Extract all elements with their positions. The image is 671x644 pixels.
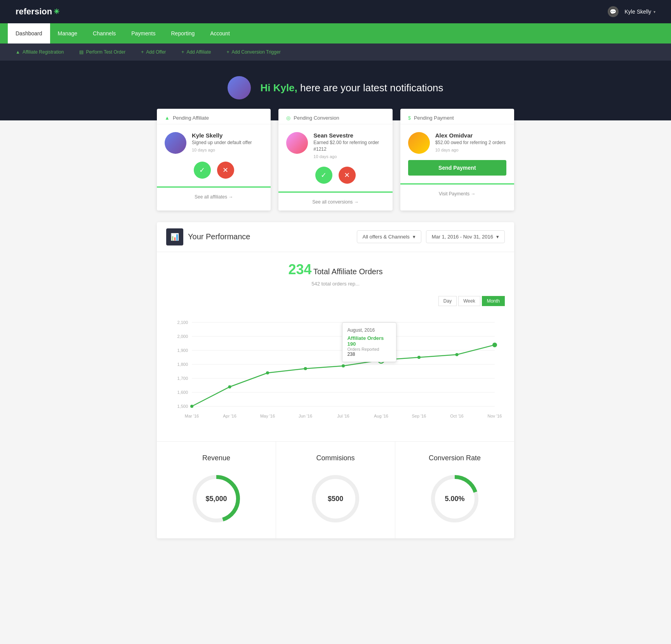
- welcome-message: Hi Kyle, here are your latest notificati…: [260, 82, 443, 94]
- stat-revenue-title: Revenue: [166, 454, 266, 462]
- sub-nav-add-affiliate[interactable]: + Add Affiliate: [181, 49, 211, 55]
- card-footer-affiliate: See all affiliates →: [157, 186, 271, 205]
- chart-title-row: 234 Total Affiliate Orders: [166, 261, 505, 278]
- svg-point-14: [190, 405, 193, 408]
- approve-conversion-button[interactable]: ✓: [315, 167, 332, 184]
- chart-week-button[interactable]: Week: [458, 296, 480, 306]
- tooltip-orders-value: 238: [347, 352, 391, 357]
- main-content: 📊 Your Performance All offers & Channels…: [149, 222, 522, 554]
- person-payment: Alex Omidvar $52.00 owed for referring 2…: [408, 132, 506, 154]
- logo: refersion✳: [16, 7, 59, 17]
- performance-controls: All offers & Channels ▾ Mar 1, 2016 - No…: [357, 230, 505, 243]
- sub-nav-test-order[interactable]: ▤ Perform Test Order: [79, 49, 125, 55]
- card-type-affiliate: Pending Affiliate: [173, 115, 209, 121]
- svg-text:Oct '16: Oct '16: [450, 414, 464, 418]
- stat-commissions: Commisions $500: [276, 442, 395, 538]
- welcome-subtitle: here are your latest notifications: [300, 82, 443, 94]
- chart-month-button[interactable]: Month: [482, 296, 505, 306]
- nav-item-channels[interactable]: Channels: [85, 23, 123, 44]
- person-time-alex: 10 days ago: [435, 148, 506, 152]
- card-actions-conversion: ✓ ✕: [286, 167, 384, 184]
- nav-item-manage[interactable]: Manage: [50, 23, 85, 44]
- svg-text:1,600: 1,600: [177, 390, 188, 395]
- svg-text:2,000: 2,000: [177, 334, 188, 339]
- add-trigger-label: Add Conversion Trigger: [232, 49, 281, 55]
- tooltip-affiliate-value: 190: [347, 341, 391, 347]
- send-payment-button[interactable]: Send Payment: [408, 160, 506, 176]
- svg-point-17: [304, 367, 307, 370]
- nav-item-dashboard[interactable]: Dashboard: [8, 23, 50, 44]
- person-info-sean: Sean Sevestre Earned $2.00 for referring…: [313, 132, 384, 159]
- see-all-affiliates-link[interactable]: See all affiliates →: [195, 194, 233, 200]
- welcome-name: Hi Kyle,: [260, 82, 297, 94]
- chart-day-button[interactable]: Day: [438, 296, 457, 306]
- card-pending-affiliate: ▲ Pending Affiliate Kyle Skelly Signed u…: [157, 109, 271, 211]
- person-info-alex: Alex Omidvar $52.00 owed for referring 2…: [435, 132, 506, 152]
- person-conversion: Sean Sevestre Earned $2.00 for referring…: [286, 132, 384, 159]
- logo-text: refersion: [16, 7, 52, 17]
- logo-star: ✳: [54, 7, 59, 16]
- chart-area: 234 Total Affiliate Orders 542 total ord…: [157, 252, 514, 433]
- user-menu[interactable]: Kyle Skelly ▾: [625, 9, 655, 15]
- nav-item-reporting[interactable]: Reporting: [163, 23, 203, 44]
- offers-channels-dropdown[interactable]: All offers & Channels ▾: [357, 230, 421, 243]
- chat-icon[interactable]: 💬: [608, 6, 619, 17]
- approve-affiliate-button[interactable]: ✓: [194, 162, 211, 179]
- card-footer-conversion: See all conversions →: [278, 191, 392, 211]
- person-name-alex: Alex Omidvar: [435, 132, 506, 139]
- person-name-kyle: Kyle Skelly: [192, 132, 263, 139]
- donut-revenue: $5,000: [189, 472, 243, 526]
- person-detail-alex: $52.00 owed for referring 2 orders: [435, 139, 506, 146]
- see-all-conversions-link[interactable]: See all conversions →: [312, 199, 358, 205]
- chart-time-controls: Day Week Month: [166, 296, 505, 306]
- person-time-sean: 10 days ago: [313, 154, 384, 159]
- donut-commissions: $500: [308, 472, 363, 526]
- stat-conversion-rate-title: Conversion Rate: [405, 454, 505, 462]
- test-order-label: Perform Test Order: [86, 49, 125, 55]
- card-header-conversion: ◎ Pending Conversion: [278, 109, 392, 124]
- avatar-kyle: [165, 132, 186, 154]
- stats-row: Revenue $5,000 Commisions $: [157, 441, 514, 538]
- pending-conversion-icon: ◎: [286, 115, 290, 121]
- tooltip-affiliate-label: Affiliate Orders: [347, 335, 391, 341]
- svg-text:1,900: 1,900: [177, 348, 188, 353]
- sub-nav-affiliate-registration[interactable]: ▲ Affiliate Registration: [16, 49, 64, 55]
- svg-text:1,500: 1,500: [177, 404, 188, 409]
- svg-text:Jun '16: Jun '16: [299, 414, 312, 418]
- performance-icon: 📊: [166, 228, 183, 245]
- svg-text:Mar '16: Mar '16: [185, 414, 199, 418]
- card-pending-conversion: ◎ Pending Conversion Sean Sevestre Earne…: [278, 109, 392, 211]
- stat-commissions-title: Commisions: [285, 454, 386, 462]
- card-type-conversion: Pending Conversion: [294, 115, 339, 121]
- add-trigger-icon: +: [227, 49, 229, 55]
- avatar-sean: [286, 132, 308, 154]
- avatar-alex: [408, 132, 430, 154]
- svg-text:Jul '16: Jul '16: [337, 414, 349, 418]
- dropdown-chevron-offers: ▾: [413, 234, 415, 240]
- affiliate-reg-label: Affiliate Registration: [23, 49, 64, 55]
- svg-text:Aug '16: Aug '16: [374, 414, 388, 418]
- card-actions-affiliate: ✓ ✕: [165, 162, 263, 179]
- notification-cards: ▲ Pending Affiliate Kyle Skelly Signed u…: [149, 109, 522, 211]
- sub-nav-add-offer[interactable]: + Add Offer: [141, 49, 166, 55]
- chart-tooltip: August, 2016 Affiliate Orders 190 Orders…: [342, 322, 396, 362]
- performance-section: 📊 Your Performance All offers & Channels…: [157, 222, 514, 538]
- nav-item-account[interactable]: Account: [202, 23, 238, 44]
- performance-chart: 2,100 2,000 1,900 1,800 1,700 1,600 1,50…: [166, 311, 505, 427]
- visit-payments-link[interactable]: Visit Payments →: [439, 191, 475, 197]
- date-range-dropdown[interactable]: Mar 1, 2016 - Nov 31, 2016 ▾: [426, 230, 505, 243]
- person-detail-sean: Earned $2.00 for referring order #1212: [313, 139, 384, 153]
- card-pending-payment: $ Pending Payment Alex Omidvar $52.00 ow…: [400, 109, 514, 211]
- add-affiliate-label: Add Affiliate: [186, 49, 211, 55]
- svg-text:2,100: 2,100: [177, 320, 188, 325]
- svg-point-22: [492, 343, 497, 347]
- card-body-payment: Alex Omidvar $52.00 owed for referring 2…: [400, 124, 514, 183]
- reject-conversion-button[interactable]: ✕: [339, 167, 356, 184]
- card-body-conversion: Sean Sevestre Earned $2.00 for referring…: [278, 124, 392, 191]
- reject-affiliate-button[interactable]: ✕: [217, 162, 234, 179]
- sub-nav-add-trigger[interactable]: + Add Conversion Trigger: [227, 49, 281, 55]
- affiliate-reg-icon: ▲: [16, 49, 20, 55]
- offers-channels-label: All offers & Channels: [363, 234, 410, 240]
- avatar: [228, 76, 251, 99]
- nav-item-payments[interactable]: Payments: [123, 23, 163, 44]
